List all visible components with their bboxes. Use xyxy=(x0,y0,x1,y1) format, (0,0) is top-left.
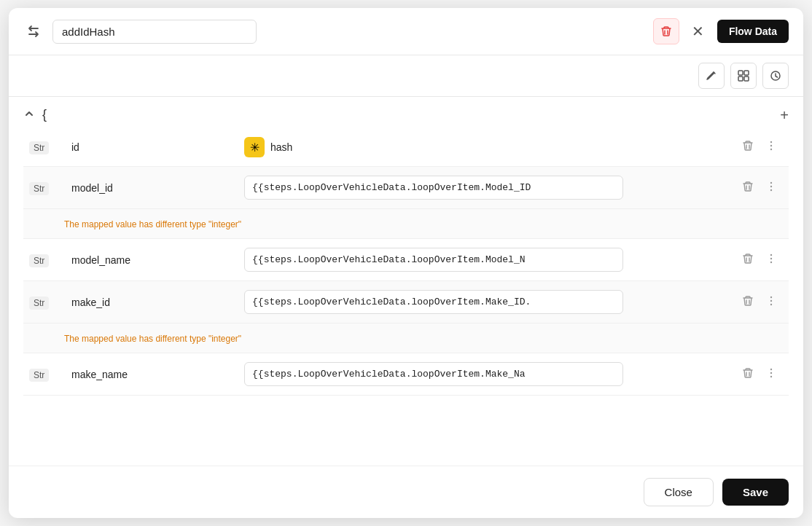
svg-point-11 xyxy=(770,254,772,255)
warning-row: The mapped value has different type "int… xyxy=(23,209,789,239)
close-footer-button[interactable]: Close xyxy=(644,478,714,506)
header-actions: ✕ Flow Data xyxy=(653,18,789,44)
more-options-button[interactable] xyxy=(762,178,780,198)
more-options-button[interactable] xyxy=(762,292,780,313)
row-actions xyxy=(665,250,783,270)
flow-data-button[interactable]: Flow Data xyxy=(717,20,789,43)
hash-label: hash xyxy=(270,141,292,153)
step-title-input[interactable] xyxy=(52,20,257,44)
swap-icon[interactable] xyxy=(23,21,44,42)
svg-point-19 xyxy=(770,375,772,377)
field-name: model_id xyxy=(66,182,113,194)
grid-icon-button[interactable] xyxy=(730,63,757,89)
warning-text: The mapped value has different type "int… xyxy=(29,216,241,234)
field-value-input[interactable] xyxy=(244,290,623,314)
delete-row-button[interactable] xyxy=(739,250,757,270)
table-row: Strmodel_name xyxy=(23,239,789,281)
field-value-input[interactable] xyxy=(244,176,623,200)
svg-rect-0 xyxy=(738,71,743,75)
field-value-wrapper xyxy=(244,362,654,386)
add-field-button[interactable]: + xyxy=(780,108,789,122)
collapse-button[interactable] xyxy=(23,108,35,122)
collapse-row: { + xyxy=(23,97,789,128)
save-button[interactable]: Save xyxy=(722,479,789,506)
warning-row: The mapped value has different type "int… xyxy=(23,323,789,353)
field-value-wrapper xyxy=(244,248,654,272)
field-value-input[interactable] xyxy=(244,248,623,272)
brush-icon-button[interactable] xyxy=(698,63,725,89)
svg-rect-3 xyxy=(744,76,749,81)
svg-point-14 xyxy=(770,296,772,297)
hash-icon: ✳ xyxy=(244,137,265,157)
type-badge: Str xyxy=(29,141,49,154)
svg-point-15 xyxy=(770,299,772,301)
svg-point-6 xyxy=(770,145,772,146)
svg-point-18 xyxy=(770,372,772,373)
more-options-button[interactable] xyxy=(762,364,780,385)
field-name: model_name xyxy=(66,254,130,266)
table-row: Strmake_name xyxy=(23,353,789,396)
type-badge: Str xyxy=(29,182,49,195)
row-actions xyxy=(665,137,783,157)
svg-point-10 xyxy=(770,189,772,190)
row-actions xyxy=(665,364,783,385)
delete-row-button[interactable] xyxy=(739,364,757,385)
modal-footer: Close Save xyxy=(9,466,803,518)
svg-rect-1 xyxy=(744,71,749,75)
more-options-button[interactable] xyxy=(762,250,780,270)
modal-container: ✕ Flow Data xyxy=(9,8,803,518)
row-actions xyxy=(665,292,783,313)
open-brace: { xyxy=(42,107,47,122)
field-value-input[interactable] xyxy=(244,362,623,386)
svg-point-5 xyxy=(770,141,772,143)
modal-content: { + Strid ✳ hash xyxy=(9,97,803,466)
svg-rect-2 xyxy=(738,76,743,81)
svg-point-17 xyxy=(770,368,772,369)
field-value-wrapper xyxy=(244,176,654,200)
field-name: id xyxy=(66,141,79,153)
field-name: make_id xyxy=(66,297,110,308)
delete-button[interactable] xyxy=(653,18,679,44)
row-actions xyxy=(665,178,783,198)
clock-icon-button[interactable] xyxy=(762,63,789,89)
delete-row-button[interactable] xyxy=(739,178,757,198)
more-options-button[interactable] xyxy=(762,137,780,157)
field-name: make_name xyxy=(66,369,128,380)
warning-text: The mapped value has different type "int… xyxy=(29,331,241,348)
svg-point-7 xyxy=(770,149,772,150)
svg-point-9 xyxy=(770,185,772,187)
close-x-button[interactable]: ✕ xyxy=(685,18,711,44)
modal-header: ✕ Flow Data xyxy=(9,8,803,55)
svg-point-8 xyxy=(770,181,772,183)
table-row: Strmake_id xyxy=(23,281,789,323)
type-badge: Str xyxy=(29,369,49,382)
type-badge: Str xyxy=(29,297,49,310)
delete-row-button[interactable] xyxy=(739,292,757,313)
svg-point-16 xyxy=(770,303,772,305)
field-value-wrapper xyxy=(244,290,654,314)
svg-point-12 xyxy=(770,257,772,259)
fields-table: Strid ✳ hash Strm xyxy=(23,128,789,396)
toolbar-row xyxy=(9,55,803,97)
svg-point-13 xyxy=(770,261,772,262)
field-value-wrapper: ✳ hash xyxy=(244,137,654,157)
table-row: Strmodel_id xyxy=(23,167,789,209)
type-badge: Str xyxy=(29,254,49,267)
delete-row-button[interactable] xyxy=(739,137,757,157)
table-row: Strid ✳ hash xyxy=(23,128,789,167)
